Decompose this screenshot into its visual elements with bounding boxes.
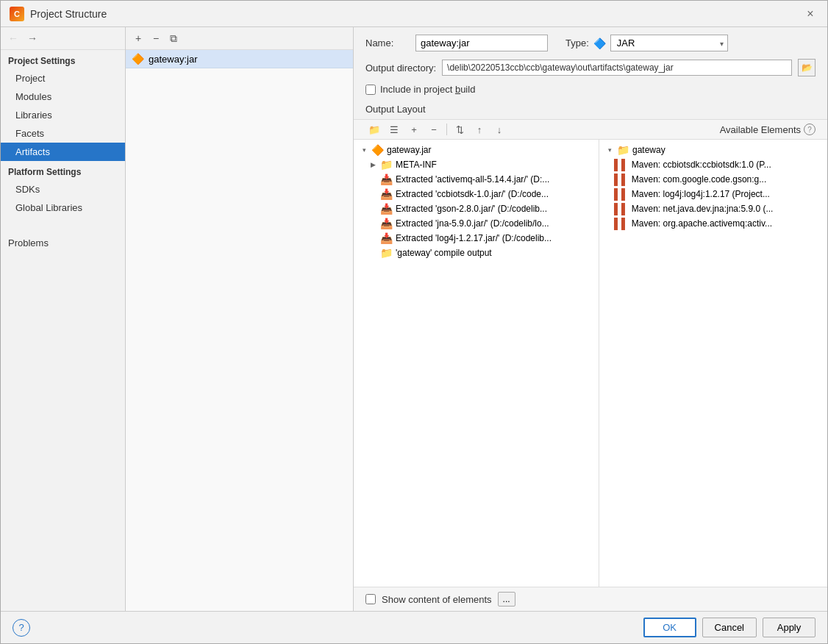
- tree-arrow-gson: [368, 204, 377, 213]
- extracted-icon-jna: 📥: [380, 218, 393, 229]
- sidebar-item-sdks[interactable]: SDKs: [1, 180, 125, 198]
- output-dir-label: Output directory:: [365, 62, 436, 74]
- tree-item-compile-output[interactable]: 📁 'gateway' compile output: [354, 246, 599, 260]
- nav-forward-button[interactable]: →: [24, 30, 40, 46]
- add-artifact-button[interactable]: +: [130, 30, 146, 46]
- sidebar-item-modules-label: Modules: [15, 91, 51, 102]
- tree-item-extracted-ccbiotsdk[interactable]: 📥 Extracted 'ccbiotsdk-1.0.jar/' (D:/cod…: [354, 187, 599, 201]
- include-in-build-checkbox[interactable]: [365, 85, 376, 95]
- apply-button[interactable]: Apply: [763, 618, 815, 637]
- tree-label-extracted-gson: Extracted 'gson-2.8.0.jar/' (D:/codelib.…: [396, 204, 593, 214]
- include-checkbox-row: Include in project build: [354, 79, 827, 99]
- available-tree[interactable]: ▾ 📁 gateway ▌▌ Maven: ccbiotsdk:ccbiotsd…: [599, 140, 827, 587]
- tree-label-gateway-jar: gateway.jar: [387, 145, 593, 155]
- dots-button[interactable]: ...: [498, 592, 515, 607]
- tree-item-extracted-log4j[interactable]: 📥 Extracted 'log4j-1.2.17.jar/' (D:/code…: [354, 231, 599, 246]
- folder-browse-icon: 📂: [802, 62, 813, 73]
- output-dir-input[interactable]: [442, 60, 792, 76]
- available-elements-label: Available Elements: [720, 124, 801, 135]
- tree-label-extracted-log4j: Extracted 'log4j-1.2.17.jar/' (D:/codeli…: [396, 233, 593, 243]
- tree-item-extracted-gson[interactable]: 📥 Extracted 'gson-2.8.0.jar/' (D:/codeli…: [354, 201, 599, 216]
- extracted-icon-activemq: 📥: [380, 173, 393, 185]
- layout-btn[interactable]: ☰: [385, 121, 403, 137]
- available-elements-help-icon[interactable]: ?: [804, 124, 815, 135]
- remove-element-btn[interactable]: −: [425, 121, 443, 137]
- tree-arrow-meta-inf: ▶: [368, 160, 377, 169]
- remove-artifact-button[interactable]: −: [148, 30, 164, 46]
- type-select[interactable]: JAR WAR Web: [610, 35, 728, 51]
- tree-arrow-compile: [368, 248, 377, 257]
- tree-label-compile-output: 'gateway' compile output: [396, 248, 593, 258]
- sort-btn[interactable]: ⇅: [451, 121, 468, 137]
- show-content-label: Show content of elements: [382, 594, 492, 605]
- available-item-maven-gson[interactable]: ▌▌ Maven: com.google.code.gson:g...: [599, 172, 827, 187]
- problems-label: Problems: [1, 232, 125, 254]
- cancel-button[interactable]: Cancel: [702, 618, 757, 637]
- jar-type-icon: 🔷: [593, 37, 606, 49]
- footer-left: ?: [13, 619, 30, 637]
- app-icon: C: [10, 7, 24, 21]
- detail-panel: Name: Type: 🔷 JAR WAR Web ▾: [354, 27, 827, 611]
- platform-settings-label: Platform Settings: [1, 161, 125, 180]
- artifact-toolbar: + − ⧉: [126, 27, 353, 50]
- jar-icon-gateway: 🔶: [371, 144, 384, 156]
- tree-item-extracted-activemq[interactable]: 📥 Extracted 'activemq-all-5.14.4.jar/' (…: [354, 172, 599, 187]
- available-item-maven-ccbiotsdk[interactable]: ▌▌ Maven: ccbiotsdk:ccbiotsdk:1.0 (P...: [599, 157, 827, 172]
- sidebar-item-global-libraries-label: Global Libraries: [15, 202, 82, 213]
- sidebar-item-sdks-label: SDKs: [15, 184, 40, 195]
- artifact-jar-icon: 🔶: [132, 53, 144, 65]
- title-bar: C Project Structure ×: [1, 1, 827, 27]
- available-item-maven-activemq[interactable]: ▌▌ Maven: org.apache.activemq:activ...: [599, 216, 827, 231]
- avail-label-gateway: gateway: [632, 145, 821, 155]
- available-item-gateway[interactable]: ▾ 📁 gateway: [599, 143, 827, 157]
- tree-label-extracted-activemq: Extracted 'activemq-all-5.14.4.jar/' (D:…: [396, 174, 593, 185]
- bottom-bar: Show content of elements ...: [354, 587, 827, 611]
- avail-folder-icon-gateway: 📁: [617, 144, 629, 156]
- type-label: Type:: [565, 37, 589, 49]
- tree-item-extracted-jna[interactable]: 📥 Extracted 'jna-5.9.0.jar/' (D:/codelib…: [354, 216, 599, 231]
- move-up-btn[interactable]: ↑: [471, 121, 488, 137]
- available-item-maven-jna[interactable]: ▌▌ Maven: net.java.dev.jna:jna:5.9.0 (..…: [599, 201, 827, 216]
- sidebar-item-project-label: Project: [15, 73, 45, 84]
- add-element-btn[interactable]: +: [405, 121, 423, 137]
- sidebar-item-facets[interactable]: Facets: [1, 124, 125, 143]
- ok-button[interactable]: OK: [643, 618, 696, 637]
- sidebar-item-libraries-label: Libraries: [15, 110, 52, 121]
- project-settings-label: Project Settings: [1, 50, 125, 69]
- maven-icon-log4j: ▌▌: [614, 188, 629, 200]
- avail-label-maven-ccbiotsdk: Maven: ccbiotsdk:ccbiotsdk:1.0 (P...: [632, 160, 821, 170]
- browse-dir-button[interactable]: 📂: [798, 59, 815, 76]
- footer-right: OK Cancel Apply: [643, 618, 815, 637]
- footer: ? OK Cancel Apply: [1, 611, 827, 643]
- avail-label-maven-activemq: Maven: org.apache.activemq:activ...: [632, 218, 821, 229]
- close-button[interactable]: ×: [802, 6, 818, 22]
- sidebar-item-project[interactable]: Project: [1, 69, 125, 87]
- title-bar-left: C Project Structure: [10, 7, 107, 21]
- show-content-checkbox[interactable]: [365, 594, 376, 604]
- sidebar-item-modules[interactable]: Modules: [1, 87, 125, 106]
- folder-icon-meta-inf: 📁: [380, 159, 393, 171]
- tree-arrow-activemq: [368, 175, 377, 184]
- artifact-list-item[interactable]: 🔶 gateway:jar: [126, 50, 353, 68]
- extracted-icon-ccbiotsdk: 📥: [380, 188, 393, 200]
- copy-artifact-button[interactable]: ⧉: [165, 30, 182, 46]
- sidebar-item-artifacts-label: Artifacts: [15, 146, 50, 157]
- available-item-maven-log4j[interactable]: ▌▌ Maven: log4j:log4j:1.2.17 (Project...: [599, 187, 827, 201]
- sidebar-item-global-libraries[interactable]: Global Libraries: [1, 198, 125, 217]
- maven-icon-ccbiotsdk: ▌▌: [614, 159, 629, 171]
- help-button[interactable]: ?: [13, 619, 30, 637]
- tree-arrow-log4j: [368, 234, 377, 243]
- tree-item-meta-inf[interactable]: ▶ 📁 META-INF: [354, 157, 599, 172]
- output-tree[interactable]: ▾ 🔶 gateway.jar ▶ 📁 META-INF: [354, 140, 599, 587]
- output-layout-header: Output Layout: [354, 99, 827, 119]
- output-dir-row: Output directory: 📂: [354, 56, 827, 79]
- maven-icon-gson: ▌▌: [614, 173, 629, 185]
- sidebar-item-libraries[interactable]: Libraries: [1, 106, 125, 124]
- move-down-btn[interactable]: ↓: [490, 121, 508, 137]
- folder-btn[interactable]: 📁: [365, 121, 383, 137]
- nav-back-button[interactable]: ←: [5, 30, 21, 46]
- sidebar: ← → Project Settings Project Modules Lib…: [1, 27, 126, 611]
- tree-item-gateway-jar[interactable]: ▾ 🔶 gateway.jar: [354, 143, 599, 157]
- name-input[interactable]: [415, 35, 548, 51]
- sidebar-item-artifacts[interactable]: Artifacts: [1, 143, 125, 161]
